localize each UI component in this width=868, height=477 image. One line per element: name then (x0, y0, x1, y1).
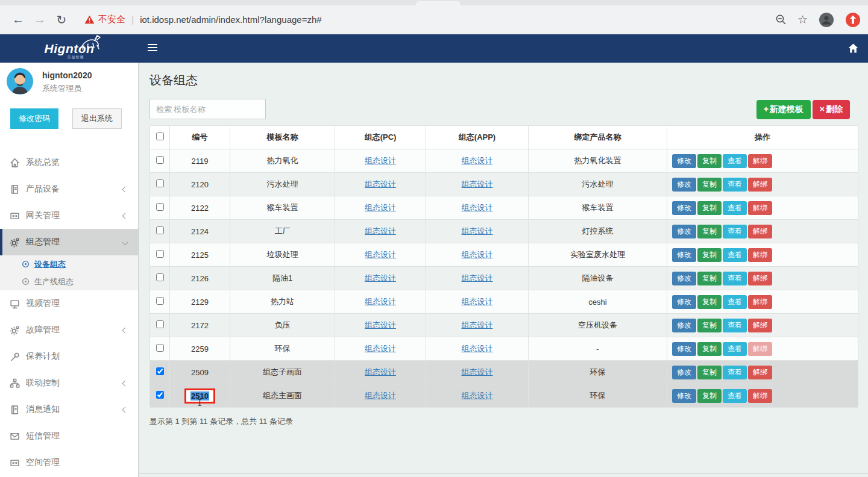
copy-button[interactable]: 复制 (697, 154, 722, 168)
unbind-button[interactable]: 解绑 (748, 248, 772, 262)
config-app-link[interactable]: 组态设计 (462, 273, 493, 282)
row-checkbox[interactable] (156, 367, 164, 375)
edit-button[interactable]: 修改 (672, 389, 696, 403)
edit-button[interactable]: 修改 (672, 272, 696, 285)
zoom-out-icon[interactable] (775, 14, 787, 25)
view-button[interactable]: 查看 (723, 201, 747, 215)
delete-button[interactable]: ×删除 (813, 100, 850, 119)
edit-button[interactable]: 修改 (672, 342, 696, 356)
unbind-button[interactable]: 解绑 (748, 272, 772, 285)
config-pc-link[interactable]: 组态设计 (365, 179, 396, 189)
sidebar-item-短信管理[interactable]: 短信管理 (0, 423, 138, 449)
config-pc-link[interactable]: 组态设计 (365, 203, 396, 212)
home-icon[interactable] (848, 43, 858, 53)
view-button[interactable]: 查看 (723, 342, 747, 356)
copy-button[interactable]: 复制 (697, 295, 722, 309)
change-password-button[interactable]: 修改密码 (10, 108, 58, 129)
config-app-link[interactable]: 组态设计 (462, 203, 493, 212)
submenu-item-生产线组态[interactable]: 生产线组态 (0, 273, 138, 290)
sidebar-item-空间管理[interactable]: 空间管理 (0, 449, 138, 476)
config-app-link[interactable]: 组态设计 (462, 297, 493, 306)
select-all-checkbox[interactable] (156, 132, 164, 140)
edit-button[interactable]: 修改 (672, 178, 696, 192)
config-app-link[interactable]: 组态设计 (462, 179, 493, 189)
edit-button[interactable]: 修改 (672, 295, 696, 309)
reload-icon[interactable]: ↻ (51, 13, 72, 27)
forward-icon[interactable]: → (29, 13, 51, 26)
edit-button[interactable]: 修改 (672, 201, 696, 215)
unbind-button[interactable]: 解绑 (748, 366, 772, 379)
new-template-button[interactable]: +新建模板 (756, 100, 811, 119)
edit-button[interactable]: 修改 (672, 225, 696, 238)
unbind-button[interactable]: 解绑 (748, 389, 772, 403)
browser-update-icon[interactable] (845, 12, 861, 28)
bookmark-star-icon[interactable]: ☆ (797, 13, 808, 26)
edit-button[interactable]: 修改 (672, 248, 696, 262)
config-app-link[interactable]: 组态设计 (462, 344, 493, 353)
view-button[interactable]: 查看 (723, 248, 747, 262)
config-app-link[interactable]: 组态设计 (462, 391, 493, 400)
copy-button[interactable]: 复制 (697, 225, 722, 238)
config-app-link[interactable]: 组态设计 (462, 250, 493, 259)
sidebar-toggle-hamburger-icon[interactable] (148, 44, 157, 53)
config-pc-link[interactable]: 组态设计 (365, 391, 396, 400)
config-pc-link[interactable]: 组态设计 (365, 273, 396, 282)
app-logo[interactable]: Hignton 乐创智慧 (0, 34, 139, 63)
copy-button[interactable]: 复制 (697, 389, 722, 403)
config-app-link[interactable]: 组态设计 (462, 320, 493, 329)
row-checkbox[interactable] (156, 320, 164, 328)
sidebar-item-系统总览[interactable]: 系统总览 (0, 149, 138, 176)
sidebar-item-消息通知[interactable]: 消息通知 (0, 396, 138, 423)
unbind-button[interactable]: 解绑 (748, 225, 772, 238)
unbind-button[interactable]: 解绑 (748, 154, 772, 168)
row-checkbox[interactable] (156, 297, 164, 305)
view-button[interactable]: 查看 (723, 319, 747, 332)
unbind-button[interactable]: 解绑 (748, 178, 772, 192)
view-button[interactable]: 查看 (723, 389, 747, 403)
search-input[interactable] (149, 99, 266, 119)
config-app-link[interactable]: 组态设计 (462, 156, 493, 165)
editing-id-annotation-box[interactable]: 2510 (184, 388, 215, 404)
unbind-button[interactable]: 解绑 (748, 201, 772, 215)
unbind-button[interactable]: 解绑 (748, 319, 772, 332)
config-pc-link[interactable]: 组态设计 (365, 250, 396, 259)
view-button[interactable]: 查看 (723, 272, 747, 285)
config-pc-link[interactable]: 组态设计 (365, 297, 396, 306)
edit-button[interactable]: 修改 (672, 319, 696, 332)
submenu-item-设备组态[interactable]: 设备组态 (0, 255, 138, 273)
logout-button[interactable]: 退出系统 (72, 108, 122, 129)
address-bar-url[interactable]: iot.idosp.net/admin/index.html?language=… (140, 14, 321, 25)
sidebar-item-网关管理[interactable]: 网关管理 (0, 202, 138, 229)
copy-button[interactable]: 复制 (697, 248, 722, 262)
config-pc-link[interactable]: 组态设计 (365, 344, 396, 353)
back-icon[interactable]: ← (7, 13, 29, 26)
row-checkbox[interactable] (156, 226, 164, 234)
config-app-link[interactable]: 组态设计 (462, 367, 493, 376)
row-checkbox[interactable] (156, 391, 164, 399)
config-pc-link[interactable]: 组态设计 (365, 320, 396, 329)
row-checkbox[interactable] (156, 156, 164, 164)
copy-button[interactable]: 复制 (697, 201, 722, 215)
site-security-badge[interactable]: 不安全 (84, 14, 125, 25)
row-checkbox[interactable] (156, 203, 164, 211)
copy-button[interactable]: 复制 (697, 178, 722, 192)
sidebar-item-组态管理[interactable]: 组态管理 (0, 229, 138, 255)
view-button[interactable]: 查看 (723, 225, 747, 238)
row-checkbox[interactable] (156, 344, 164, 352)
copy-button[interactable]: 复制 (697, 342, 722, 356)
sidebar-item-保养计划[interactable]: 保养计划 (0, 343, 138, 370)
browser-profile-avatar[interactable] (819, 12, 834, 28)
copy-button[interactable]: 复制 (697, 272, 722, 285)
edit-button[interactable]: 修改 (672, 154, 696, 168)
config-app-link[interactable]: 组态设计 (462, 226, 493, 235)
row-checkbox[interactable] (156, 179, 164, 187)
row-checkbox[interactable] (156, 250, 164, 258)
sidebar-item-联动控制[interactable]: 联动控制 (0, 370, 138, 396)
row-checkbox[interactable] (156, 273, 164, 281)
edit-button[interactable]: 修改 (672, 366, 696, 379)
view-button[interactable]: 查看 (723, 366, 747, 379)
copy-button[interactable]: 复制 (697, 366, 722, 379)
unbind-button[interactable]: 解绑 (748, 295, 772, 309)
sidebar-item-视频管理[interactable]: 视频管理 (0, 290, 138, 317)
config-pc-link[interactable]: 组态设计 (365, 226, 396, 235)
